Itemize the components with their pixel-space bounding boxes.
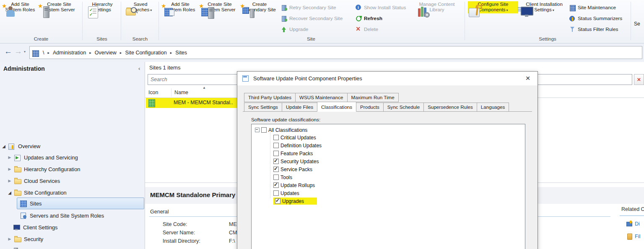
create-secondary-site-button[interactable]: Create Secondary Site [241,1,278,13]
column-header-icon[interactable]: Icon [148,90,158,95]
related-link[interactable]: Di [635,221,640,227]
sidebar-item-distribution-points[interactable]: Distribution Points [13,246,66,249]
status-summarizers-button[interactable]: Status Summarizers [569,14,622,23]
ribbon-separator [158,2,159,40]
sidebar-item-servers-and-site-system-roles[interactable]: Servers and Site System Roles [20,210,104,221]
recover-secondary-site-icon [281,15,287,22]
expander-closed-icon[interactable]: ▶ [8,167,12,171]
collapse-minus-icon[interactable] [255,128,260,132]
sidebar-item-security[interactable]: ▶ Security [8,234,43,244]
close-icon[interactable]: × [522,72,534,84]
tree-item-security-updates[interactable]: Security Updates [273,158,519,165]
status-filter-rules-button[interactable]: Status Filter Rules [569,25,618,33]
tab-update-files[interactable]: Update Files [282,103,317,112]
recover-secondary-site-button[interactable]: Recover Secondary Site [281,14,343,23]
ribbon-separator [121,2,121,40]
checkbox[interactable] [273,135,279,140]
group-label-create: Create [34,36,49,41]
checkbox[interactable] [273,143,279,148]
configure-site-components-button[interactable]: Configure Site Components▾ [468,1,518,13]
expander-closed-icon[interactable]: ▶ [8,237,12,241]
back-button[interactable]: ← [4,47,12,56]
tree-item-service-packs[interactable]: Service Packs [273,166,519,173]
checkbox[interactable] [261,127,267,133]
tab-sync-schedule[interactable]: Sync Schedule [383,103,424,112]
checkbox[interactable] [273,167,279,172]
tab-maximum-run-time[interactable]: Maximum Run Time [347,93,399,102]
breadcrumb-sites[interactable]: Sites [175,50,187,56]
expander-closed-icon[interactable]: ▶ [8,155,12,159]
retry-secondary-site-button[interactable]: Retry Secondary Site [281,3,336,12]
sidebar-item-cloud-services[interactable]: ▶ Cloud Services [8,176,60,186]
create-site-system-server-button[interactable]: Create Site System Server [39,1,80,13]
sidebar-item-sites[interactable]: Sites [20,198,42,208]
sidebar-item-client-settings[interactable]: Client Settings [13,222,58,232]
sidebar-item-hierarchy-configuration[interactable]: ▶ Hierarchy Configuration [8,164,80,174]
saved-searches-button[interactable]: Saved Searches▾ [124,1,157,13]
related-link[interactable]: Fil [635,234,640,239]
related-objects-title: Related O [621,206,644,212]
folder-icon [14,166,21,172]
show-install-status-button[interactable]: Show Install Status [356,3,406,12]
expander-closed-icon[interactable]: ▶ [8,179,12,183]
tab-row-bottom: Sync Settings Update Files Classificatio… [244,103,509,112]
add-site-system-roles-site-button[interactable]: Add Site System Roles [162,1,199,13]
forward-button[interactable]: → [14,47,22,56]
classifications-tree[interactable]: All Classifications Critical Updates Def… [251,124,525,249]
checkbox[interactable] [275,198,280,204]
upgrade-button[interactable]: Upgrade [281,25,308,33]
manage-content-library-button[interactable]: Manage Content Library [416,1,458,13]
hierarchy-settings-button[interactable]: Hierarchy Settings [86,1,119,13]
checkbox[interactable] [273,151,279,156]
breadcrumb-separator-icon: ▸ [47,51,49,55]
sidebar-item-overview[interactable]: ◢ Overview [2,141,40,151]
tree-item-critical-updates[interactable]: Critical Updates [273,134,519,141]
refresh-button[interactable]: Refresh [356,14,382,23]
create-site-system-server-site-button[interactable]: Create Site System Server [200,1,240,13]
dialog-title-bar[interactable]: Software Update Point Component Properti… [237,72,538,85]
detail-heading: MEMCM Standalone Primary [150,191,235,198]
tab-classifications[interactable]: Classifications [317,102,356,112]
tree-item-feature-packs[interactable]: Feature Packs [273,150,519,157]
sidebar-item-updates-and-servicing[interactable]: ▶ Updates and Servicing [8,152,78,162]
checkbox[interactable] [273,159,279,164]
checkbox[interactable] [273,182,279,188]
client-installation-settings-button[interactable]: Client Installation Settings▾ [519,1,569,13]
breadcrumb-overview[interactable]: Overview [95,50,117,56]
breadcrumb-separator-icon: ▸ [120,51,122,55]
breadcrumb-site-configuration[interactable]: Site Configuration [125,50,166,56]
breadcrumb-administration[interactable]: Administration [53,50,86,56]
checkbox[interactable] [273,175,279,180]
history-dropdown-icon[interactable]: ▾ [24,50,26,54]
column-header-name[interactable]: Name [174,90,188,95]
tab-products[interactable]: Products [356,103,384,112]
tab-sync-settings[interactable]: Sync Settings [244,103,282,112]
clear-search-button[interactable]: × [634,74,644,85]
tab-supersedence-rules[interactable]: Supersedence Rules [423,103,477,112]
tree-item-tools[interactable]: Tools [273,174,519,181]
checkbox[interactable] [273,190,279,196]
ribbon-separator [631,2,631,40]
expander-open-icon[interactable]: ◢ [2,144,6,149]
tree-item-update-rollups[interactable]: Update Rollups [273,182,519,189]
tab-wsus-maintenance[interactable]: WSUS Maintenance [295,93,347,102]
breadcrumb-root: \ [43,50,44,56]
folder-icon [14,236,21,242]
sidebar-item-site-configuration[interactable]: ◢ Site Configuration [8,187,67,198]
collapse-pane-icon[interactable]: ‹ [138,65,140,72]
add-site-system-roles-button[interactable]: Add Site System Roles [3,1,38,13]
ribbon-separator [82,2,83,40]
tree-item-upgrades[interactable]: Upgrades [273,198,317,205]
console-icon [32,50,39,56]
site-maintenance-button[interactable]: Site Maintenance [569,3,616,12]
tree-item-definition-updates[interactable]: Definition Updates [273,142,519,149]
tab-third-party-updates[interactable]: Third Party Updates [244,93,296,102]
delete-button[interactable]: Delete [356,25,378,33]
tree-item-all-classifications[interactable]: All Classifications [255,126,519,133]
navigation-pane: Administration ‹ ◢ Overview ▶ Updates an… [0,62,145,249]
expander-open-icon[interactable]: ◢ [8,190,12,195]
column-divider[interactable] [171,88,171,97]
tab-languages[interactable]: Languages [477,103,509,112]
tree-item-updates[interactable]: Updates [273,190,519,197]
address-bar[interactable]: \ ▸ Administration ▸ Overview ▸ Site Con… [29,46,642,59]
